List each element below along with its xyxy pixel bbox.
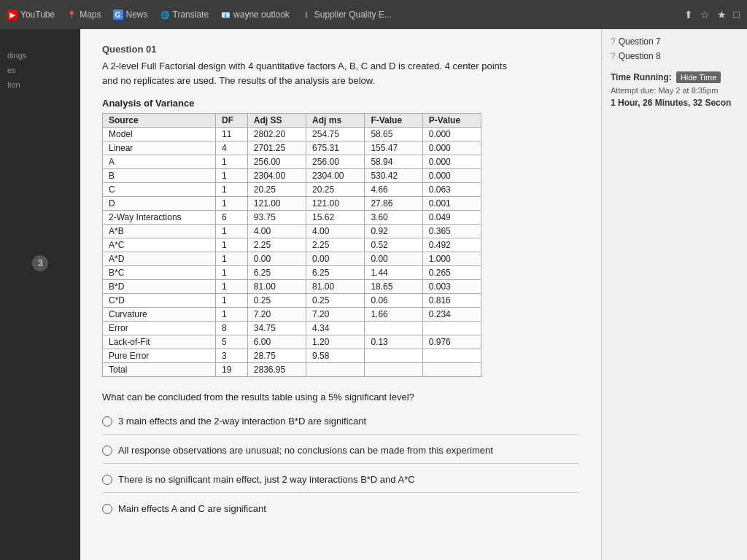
table-cell: 3.60 xyxy=(365,211,422,225)
answer-option-2[interactable]: All response observations are unusual; n… xyxy=(102,445,579,464)
table-cell: 530.42 xyxy=(365,169,422,183)
table-cell: 0.000 xyxy=(422,141,481,155)
table-cell: A xyxy=(103,155,216,169)
answer-text-4: Main effects A and C are significant xyxy=(118,503,266,514)
table-cell xyxy=(365,363,422,377)
tab-supplier[interactable]: ℹ Supplier Quality E... xyxy=(301,9,392,20)
table-cell: 19 xyxy=(215,363,247,377)
table-cell: 0.976 xyxy=(422,335,481,349)
answer-option-1[interactable]: 3 main effects and the 2-way interaction… xyxy=(102,416,579,435)
table-row: A1256.00256.0058.940.000 xyxy=(103,155,481,169)
intro-line1: A 2-level Full Factorial design with 4 q… xyxy=(102,61,507,71)
main-area: dings es tion 3 Question 01 A 2-level Fu… xyxy=(0,29,747,560)
radio-1[interactable] xyxy=(102,416,112,427)
table-row: B*C16.256.251.440.265 xyxy=(103,266,481,280)
favicon-news: G xyxy=(113,9,123,20)
table-cell: 6.25 xyxy=(306,266,365,280)
table-cell: 7.20 xyxy=(306,308,365,322)
table-cell: 0.063 xyxy=(422,183,481,197)
table-cell: B xyxy=(103,169,216,183)
table-cell: 0.234 xyxy=(422,308,481,322)
table-row: C*D10.250.250.060.816 xyxy=(103,294,481,308)
anova-table: Source DF Adj SS Adj ms F-Value P-Value … xyxy=(102,113,481,377)
upload-icon[interactable]: ⬆ xyxy=(684,9,693,20)
table-row: B*D181.0081.0018.650.003 xyxy=(103,280,481,294)
bookmark-filled-icon[interactable]: ★ xyxy=(717,9,727,20)
table-cell: 2.25 xyxy=(247,238,306,252)
table-row: Error834.754.34 xyxy=(103,322,481,335)
table-cell: 1 xyxy=(215,155,247,169)
table-cell: 20.25 xyxy=(306,183,365,197)
table-cell: 155.47 xyxy=(365,141,422,155)
question7-link[interactable]: ? Question 7 xyxy=(611,36,738,47)
table-cell: A*D xyxy=(103,252,216,266)
radio-2[interactable] xyxy=(102,446,112,456)
table-cell: 1 xyxy=(215,308,247,322)
table-cell: 5 xyxy=(215,335,247,349)
table-cell: 1.66 xyxy=(365,308,422,322)
table-cell: 1 xyxy=(215,238,247,252)
table-cell: 4.34 xyxy=(306,322,365,335)
table-cell xyxy=(306,363,365,377)
table-cell: 1 xyxy=(215,225,247,238)
favicon-supplier: ℹ xyxy=(301,9,311,20)
anova-title: Analysis of Variance xyxy=(102,98,579,109)
tab-youtube[interactable]: ▶ YouTube xyxy=(7,9,55,20)
window-icon[interactable]: □ xyxy=(734,9,740,20)
table-cell: 2701.25 xyxy=(247,141,306,155)
tab-translate-label: Translate xyxy=(173,9,209,20)
question-mark-icon-7: ? xyxy=(611,36,616,47)
table-cell: 256.00 xyxy=(306,155,365,169)
sidebar: dings es tion 3 xyxy=(0,29,80,560)
sidebar-nav: dings es tion xyxy=(0,36,80,109)
tab-maps[interactable]: 📍 Maps xyxy=(66,9,101,20)
table-cell: 2836.95 xyxy=(247,363,306,377)
sidebar-item-dings: dings xyxy=(7,51,73,60)
table-cell: 58.65 xyxy=(365,128,422,141)
table-cell: 15.62 xyxy=(306,211,365,225)
favicon-wayne: 📧 xyxy=(220,9,231,20)
table-row: Linear42701.25675.31155.470.000 xyxy=(103,141,481,155)
browser-bar: ▶ YouTube 📍 Maps G News 🌐 Translate 📧 wa… xyxy=(0,0,747,29)
table-cell: 2.25 xyxy=(306,238,365,252)
table-row: Model112802.20254.7558.650.000 xyxy=(103,128,481,141)
table-cell: 0.000 xyxy=(422,128,481,141)
answer-option-3[interactable]: There is no significant main effect, jus… xyxy=(102,474,579,493)
table-cell: D xyxy=(103,197,216,211)
table-cell: 81.00 xyxy=(306,280,365,294)
hide-time-button[interactable]: Hide Time xyxy=(676,71,721,83)
radio-3[interactable] xyxy=(102,475,112,485)
table-row: Pure Error328.759.58 xyxy=(103,349,481,363)
table-cell: 6 xyxy=(215,211,247,225)
table-cell: C xyxy=(103,183,216,197)
attempt-due: Attempt due: May 2 at 8:35pm xyxy=(611,86,738,95)
time-remaining: 1 Hour, 26 Minutes, 32 Secon xyxy=(611,98,738,108)
answer-text-1: 3 main effects and the 2-way interaction… xyxy=(118,416,366,427)
table-cell: A*C xyxy=(103,238,216,252)
table-cell xyxy=(365,349,422,363)
table-cell: 0.816 xyxy=(422,294,481,308)
table-row: D1121.00121.0027.860.001 xyxy=(103,197,481,211)
tab-news[interactable]: G News xyxy=(113,9,148,20)
table-cell: 0.003 xyxy=(422,280,481,294)
browser-actions: ⬆ ☆ ★ □ xyxy=(684,9,740,20)
tab-wayne[interactable]: 📧 wayne outlook xyxy=(220,9,290,20)
table-cell: 1 xyxy=(215,266,247,280)
table-row: A*B14.004.000.920.365 xyxy=(103,225,481,238)
bookmark-empty-icon[interactable]: ☆ xyxy=(700,9,710,20)
table-cell: 4.66 xyxy=(365,183,422,197)
table-cell: 0.000 xyxy=(422,169,481,183)
table-cell: 4.00 xyxy=(306,225,365,238)
table-cell: 1 xyxy=(215,280,247,294)
table-cell: 0.92 xyxy=(365,225,422,238)
answer-text-3: There is no significant main effect, jus… xyxy=(118,474,415,485)
answer-text-2: All response observations are unusual; n… xyxy=(118,445,493,456)
radio-4[interactable] xyxy=(102,504,112,514)
question8-link[interactable]: ? Question 8 xyxy=(611,51,738,61)
table-cell: 0.001 xyxy=(422,197,481,211)
answer-option-4[interactable]: Main effects A and C are significant xyxy=(102,503,579,521)
table-cell: 256.00 xyxy=(247,155,306,169)
table-cell: Lack-of-Fit xyxy=(103,335,216,349)
tab-translate[interactable]: 🌐 Translate xyxy=(160,9,209,20)
table-cell: 0.000 xyxy=(422,155,481,169)
